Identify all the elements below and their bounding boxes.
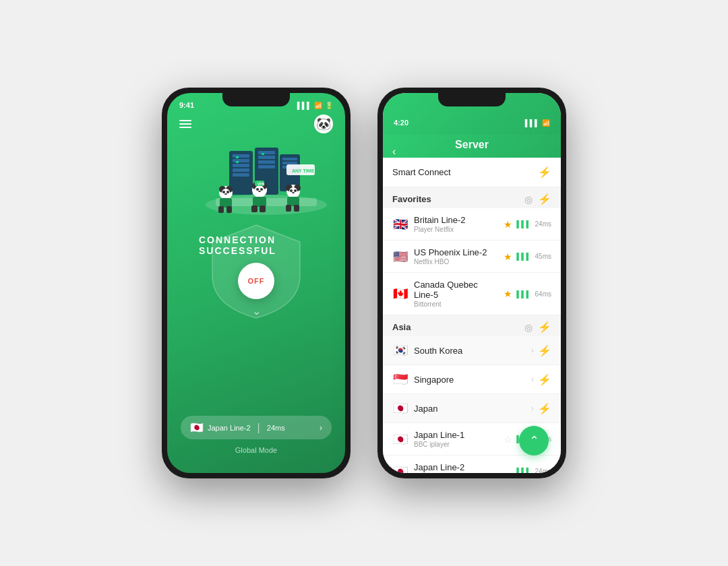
svg-rect-28 [218,206,224,213]
vpn-main-screen: 9:41 ▌▌▌ 📶 🔋 🐼 [167,93,345,473]
favorite-circle-icon: ◎ [524,194,533,205]
server-sub-japan1: BBC iplayer [414,441,498,448]
server-name-japan1: Japan Line-1 [414,430,498,440]
asia-title: Asia [392,322,411,332]
signal-us: ▌▌▌ [516,253,530,260]
server-sub-canada: Bittorrent [414,301,498,308]
server-japan-line2[interactable]: 🇯🇵 Japan Line-2 BBC iplayer ▌▌▌ 24ms [383,455,561,473]
signal-icon-2: ▌▌▌ [525,119,539,127]
svg-rect-27 [220,198,232,208]
svg-rect-29 [226,206,232,213]
svg-point-25 [226,191,229,193]
header-title: Server [455,139,489,151]
server-name-us: US Phoenix Line-2 [414,247,498,257]
shield-container: CONNECTION SUCCESSFUL OFF ⌄ [199,218,313,319]
server-list-screen: 4:20 ▌▌▌ 📶 ‹ Server Smart Connect ⚡ [383,93,561,473]
section-asia: Asia ◎ ⚡ [383,315,561,336]
chevron-japan-country: › [531,404,534,413]
server-name-japan2: Japan Line-2 [414,462,511,472]
notch-1 [222,93,290,106]
flag-singapore: 🇸🇬 [392,372,408,387]
server-canada[interactable]: 🇨🇦 Canada Quebec Line-5 Bittorrent ★ ▌▌▌… [383,273,561,315]
svg-rect-5 [233,173,249,177]
phone-2: 4:20 ▌▌▌ 📶 ‹ Server Smart Connect ⚡ [377,88,566,478]
server-south-korea[interactable]: 🇰🇷 South Korea › ⚡ [383,336,561,365]
notch-2 [438,93,506,106]
server-selection-bar[interactable]: 🇯🇵 Japan Line-2 | 24ms › [181,416,332,439]
server-us[interactable]: 🇺🇸 US Phoenix Line-2 Netflix HBO ★ ▌▌▌ 4… [383,241,561,273]
power-button[interactable]: OFF [238,263,274,299]
svg-point-26 [224,193,227,195]
asia-bolt: ⚡ [538,321,551,334]
server-flag-icon: 🇯🇵 [190,421,204,434]
smart-connect-item[interactable]: Smart Connect ⚡ [383,158,561,187]
star-canada[interactable]: ★ [504,288,512,299]
server-actions-us: ★ ▌▌▌ 45ms [504,251,551,262]
svg-rect-4 [233,168,249,172]
svg-rect-3 [233,164,249,167]
svg-rect-7 [236,161,239,163]
svg-rect-49 [287,197,299,206]
fab-scroll-top[interactable]: ⌃ [519,426,549,455]
server-info-us: US Phoenix Line-2 Netflix HBO [414,247,498,265]
server-name-singapore: Singapore [414,375,526,385]
svg-point-35 [260,188,263,191]
server-info-japan-country: Japan [414,404,526,414]
svg-rect-12 [258,165,275,168]
ms-us: 45ms [535,253,551,260]
chevron-down-icon: ⌄ [252,305,261,317]
flag-canada: 🇨🇦 [392,286,408,301]
wifi-icon: 📶 [314,102,322,109]
svg-point-48 [292,192,295,193]
current-server-ms: 24ms [267,424,285,432]
svg-rect-39 [260,206,266,212]
server-name-korea: South Korea [414,346,526,356]
server-singapore[interactable]: 🇸🇬 Singapore › ⚡ [383,365,561,394]
back-button[interactable]: ‹ [392,146,396,158]
svg-rect-6 [236,156,239,158]
bolt-korea: ⚡ [538,344,551,357]
chevron-korea: › [531,346,534,355]
server-name-japan-country: Japan [414,404,526,414]
favorites-title: Favorites [392,194,431,204]
svg-point-46 [290,189,293,192]
status-time-1: 9:41 [179,101,194,109]
flag-us: 🇺🇸 [392,249,408,264]
server-actions-canada: ★ ▌▌▌ 64ms [504,288,551,299]
star-britain[interactable]: ★ [504,219,512,230]
wifi-icon-2: 📶 [542,119,550,127]
server-actions-japan2: ▌▌▌ 24ms [516,468,551,473]
svg-rect-15 [282,158,297,160]
svg-rect-2 [233,159,249,162]
signal-canada: ▌▌▌ [516,290,530,298]
svg-rect-1 [233,154,249,158]
svg-point-47 [294,189,297,192]
server-japan-country[interactable]: 🇯🇵 Japan › ⚡ [383,394,561,423]
header-title-bar: ‹ Server [383,135,561,158]
section-favorites: Favorites ◎ ⚡ [383,187,561,208]
server-info-canada: Canada Quebec Line-5 Bittorrent [414,280,498,308]
server-bar-left: 🇯🇵 Japan Line-2 | 24ms [190,421,285,434]
hamburger-menu[interactable] [179,120,191,128]
svg-rect-13 [262,153,264,155]
svg-text:ANY TIME: ANY TIME [292,168,315,173]
star-japan1[interactable]: ☆ [504,434,512,445]
server-sub-britain: Player Netflix [414,226,498,233]
ms-britain: 24ms [535,220,551,228]
phone-2-screen: 4:20 ▌▌▌ 📶 ‹ Server Smart Connect ⚡ [383,93,561,473]
server-info-korea: South Korea [414,346,526,356]
flag-japan: 🇯🇵 [392,401,408,416]
svg-rect-51 [294,205,299,212]
svg-rect-16 [282,162,297,164]
avatar-icon[interactable]: 🐼 [314,115,333,133]
signal-japan2: ▌▌▌ [516,468,530,473]
svg-point-33 [255,185,264,195]
svg-rect-10 [258,156,275,159]
server-britain[interactable]: 🇬🇧 Britain Line-2 Player Netflix ★ ▌▌▌ 2… [383,208,561,241]
phone1-nav: 🐼 [167,112,345,139]
status-time-2: 4:20 [394,119,408,127]
server-bar-chevron: › [320,423,322,433]
favorites-icons: ◎ ⚡ [524,193,551,206]
server-info-japan1: Japan Line-1 BBC iplayer [414,430,498,448]
star-us[interactable]: ★ [504,251,512,262]
